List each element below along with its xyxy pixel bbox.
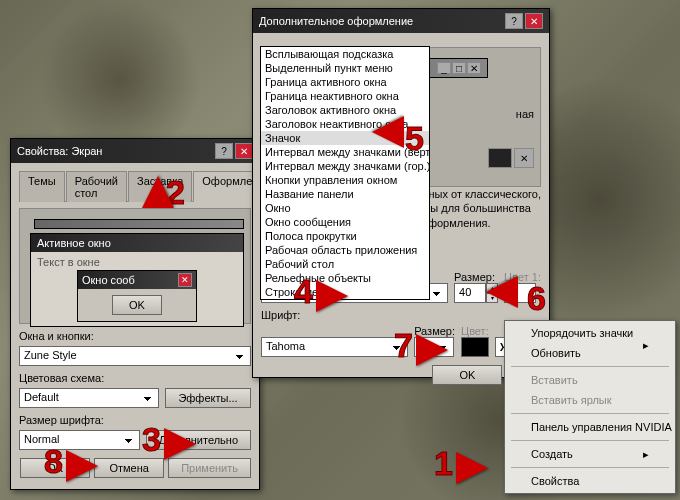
display-tabs: Темы Рабочий стол Заставка Оформление П <box>19 171 251 202</box>
context-item[interactable]: Свойства <box>507 471 673 491</box>
adv-color1-label: Цвет 1: <box>504 271 541 283</box>
windows-buttons-label: Окна и кнопки: <box>19 330 251 342</box>
adv-fontcolor-label: Цвет: <box>461 325 489 337</box>
desktop-context-menu: Упорядочить значкиОбновитьВставитьВстави… <box>504 320 676 494</box>
advanced-button[interactable]: Дополнительно <box>146 430 251 450</box>
tab-screensaver[interactable]: Заставка <box>128 171 192 202</box>
appearance-preview: Активное окно Текст в окне Окно сооб ✕ O… <box>19 208 251 324</box>
display-props-titlebar: Свойства: Экран ? ✕ <box>11 139 259 163</box>
close-icon: ✕ <box>467 62 481 74</box>
dropdown-item[interactable]: Рабочая область приложения <box>261 243 429 257</box>
size-spin-down[interactable]: ▾ <box>486 293 498 303</box>
dropdown-item[interactable]: Выделенный пункт меню <box>261 61 429 75</box>
font-size-select[interactable]: Normal <box>19 430 140 450</box>
help-button-2[interactable]: ? <box>505 13 523 29</box>
max-icon: □ <box>452 62 466 74</box>
font-size-label: Размер шрифта: <box>19 414 251 426</box>
dropdown-item[interactable]: Название панели <box>261 187 429 201</box>
advanced-ok-button[interactable]: OK <box>432 365 502 385</box>
advanced-title: Дополнительное оформление <box>259 15 413 27</box>
dropdown-item[interactable]: Кнопки управления окном <box>261 173 429 187</box>
display-apply-button[interactable]: Применить <box>168 458 251 478</box>
close-button[interactable]: ✕ <box>235 143 253 159</box>
context-separator <box>511 413 669 414</box>
preview-msg-ok: OK <box>112 295 162 315</box>
preview-active-title: Активное окно <box>37 237 111 249</box>
context-item[interactable]: Панель управления NVIDIA <box>507 417 673 437</box>
adv-preview-text-1: ная <box>516 108 534 120</box>
dropdown-item[interactable]: Интервал между значками (гор.) <box>261 159 429 173</box>
context-item: Вставить <box>507 370 673 390</box>
context-separator <box>511 440 669 441</box>
dropdown-item[interactable]: Полоса прокрутки <box>261 229 429 243</box>
help-button[interactable]: ? <box>215 143 233 159</box>
color-scheme-label: Цветовая схема: <box>19 372 251 384</box>
display-properties-window: Свойства: Экран ? ✕ Темы Рабочий стол За… <box>10 138 260 490</box>
element-dropdown-list[interactable]: Всплывающая подсказкаВыделенный пункт ме… <box>260 46 430 300</box>
context-separator <box>511 467 669 468</box>
adv-size-label: Размер: <box>454 271 498 283</box>
adv-fontsize-label: Размер: <box>414 325 455 337</box>
font-color-picker[interactable] <box>461 337 489 357</box>
adv-font-label: Шрифт: <box>261 309 541 321</box>
dropdown-item[interactable]: Рабочий стол <box>261 257 429 271</box>
dropdown-item[interactable]: Всплывающая подсказка <box>261 47 429 61</box>
color-scheme-select[interactable]: Default <box>19 388 159 408</box>
font-select[interactable]: Tahoma <box>261 337 408 357</box>
tab-themes[interactable]: Темы <box>19 171 65 202</box>
size-input[interactable]: 40 <box>454 283 486 303</box>
display-ok-button[interactable]: OK <box>20 458 90 478</box>
dropdown-item[interactable]: Значок <box>261 131 429 145</box>
dropdown-item[interactable]: Интервал между значками (верт.) <box>261 145 429 159</box>
preview-msg-title: Окно сооб <box>82 274 135 286</box>
dropdown-item[interactable]: Рельефные объекты <box>261 271 429 285</box>
display-cancel-button[interactable]: Отмена <box>94 458 164 478</box>
dropdown-item[interactable]: Окно <box>261 201 429 215</box>
tab-desktop[interactable]: Рабочий стол <box>66 171 127 202</box>
preview-body-text: Текст в окне <box>37 256 100 268</box>
context-item: Вставить ярлык <box>507 390 673 410</box>
dropdown-item[interactable]: Окно сообщения <box>261 215 429 229</box>
dropdown-item[interactable]: Заголовок активного окна <box>261 103 429 117</box>
effects-button[interactable]: Эффекты... <box>165 388 251 408</box>
color1-picker <box>504 283 536 303</box>
display-props-title: Свойства: Экран <box>17 145 102 157</box>
advanced-titlebar: Дополнительное оформление ? ✕ <box>253 9 549 33</box>
close-swatch-icon: ✕ <box>514 148 534 168</box>
context-item[interactable]: Упорядочить значки <box>507 323 673 343</box>
color-swatch <box>488 148 512 168</box>
min-icon: _ <box>437 62 451 74</box>
windows-buttons-select[interactable]: Zune Style <box>19 346 251 366</box>
preview-msg-close-icon: ✕ <box>178 273 192 287</box>
dropdown-item[interactable]: Граница активного окна <box>261 75 429 89</box>
dropdown-item[interactable]: Строка меню <box>261 285 429 299</box>
dropdown-item[interactable]: Граница неактивного окна <box>261 89 429 103</box>
context-separator <box>511 366 669 367</box>
font-size-input[interactable]: 8 <box>414 337 454 357</box>
close-button-2[interactable]: ✕ <box>525 13 543 29</box>
context-item[interactable]: Создать <box>507 444 673 464</box>
dropdown-item[interactable]: Заголовок неактивного окна <box>261 117 429 131</box>
size-spin-up[interactable]: ▴ <box>486 283 498 293</box>
